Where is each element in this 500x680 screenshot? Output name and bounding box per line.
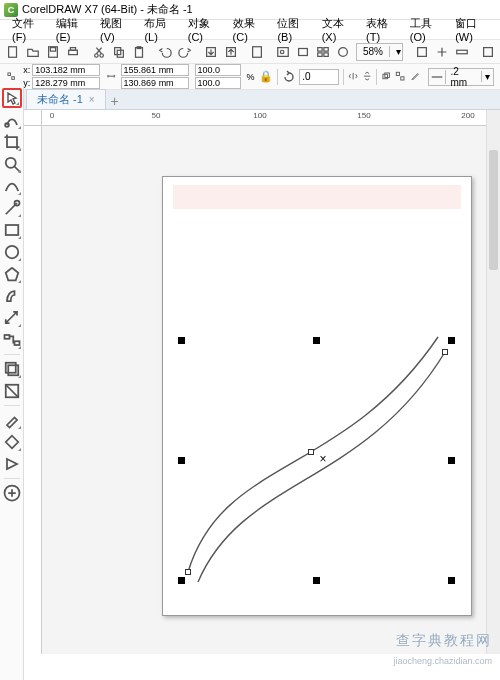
menu-bar: 文件(F) 编辑(E) 视图(V) 布局(L) 对象(C) 效果(C) 位图(B… [0, 20, 500, 40]
toolbox [0, 86, 24, 680]
menu-effects[interactable]: 效果(C) [227, 14, 270, 45]
outline-width-combo[interactable]: .2 mm ▾ [428, 68, 494, 86]
align-icon[interactable] [455, 43, 469, 61]
position-fields: x: y: [20, 64, 100, 89]
print-icon[interactable] [66, 43, 80, 61]
zoom-level-combo[interactable]: 58% ▾ [356, 43, 403, 61]
menu-text[interactable]: 文本(X) [316, 14, 358, 45]
scrollbar-thumb[interactable] [489, 150, 498, 270]
menu-file[interactable]: 文件(F) [6, 14, 48, 45]
ruler-horizontal[interactable]: 0 50 100 150 200 [42, 110, 500, 126]
svg-rect-16 [299, 48, 308, 55]
percent-label: % [247, 72, 255, 82]
svg-rect-20 [324, 52, 328, 56]
x-position-input[interactable] [32, 64, 100, 76]
watermark-url: jiaocheng.chazidian.com [393, 656, 492, 666]
search-content-icon[interactable] [276, 43, 290, 61]
document-tab-label: 未命名 -1 [37, 92, 83, 107]
pick-tool[interactable] [2, 88, 22, 108]
svg-rect-35 [5, 225, 18, 235]
curve-node[interactable] [442, 349, 448, 355]
chevron-down-icon[interactable]: ▾ [481, 71, 493, 82]
freehand-tool[interactable] [2, 176, 22, 196]
menu-tools[interactable]: 工具(O) [404, 14, 447, 45]
mirror-h-icon[interactable] [348, 69, 358, 85]
zoom-tool[interactable] [2, 154, 22, 174]
size-icon [106, 69, 116, 85]
menu-edit[interactable]: 编辑(E) [50, 14, 92, 45]
add-tab-button[interactable]: + [106, 93, 124, 109]
rectangle-tool[interactable] [2, 220, 22, 240]
ruler-vertical[interactable] [24, 126, 42, 654]
cut-icon[interactable] [92, 43, 106, 61]
separator [277, 69, 278, 85]
crop-tool[interactable] [2, 132, 22, 152]
svg-rect-2 [50, 47, 55, 51]
save-icon[interactable] [46, 43, 60, 61]
close-icon[interactable]: × [89, 94, 95, 105]
interactive-fill-tool[interactable] [2, 432, 22, 452]
artistic-media-tool[interactable] [2, 198, 22, 218]
rotation-field [281, 69, 339, 85]
zoom-value: 58% [357, 46, 389, 57]
watermark-text: 查字典教程网 [396, 632, 492, 650]
parallel-dimension-tool[interactable] [2, 308, 22, 328]
menu-layout[interactable]: 布局(L) [138, 14, 179, 45]
width-input[interactable] [121, 64, 189, 76]
mirror-v-icon[interactable] [362, 69, 372, 85]
copy-icon[interactable] [112, 43, 126, 61]
connector-tool[interactable] [2, 330, 22, 350]
polygon-tool[interactable] [2, 264, 22, 284]
svg-rect-38 [14, 341, 19, 345]
drop-shadow-tool[interactable] [2, 359, 22, 379]
menu-view[interactable]: 视图(V) [94, 14, 136, 45]
options-icon[interactable] [316, 43, 330, 61]
transparency-tool[interactable] [2, 381, 22, 401]
lock-ratio-icon[interactable]: 🔒 [259, 70, 273, 83]
pen-outline-icon[interactable] [410, 69, 420, 85]
paste-icon[interactable] [132, 43, 146, 61]
publish-pdf-icon[interactable] [250, 43, 264, 61]
ruler-tick-label: 200 [461, 111, 474, 120]
scale-x-input[interactable] [195, 64, 241, 76]
open-icon[interactable] [26, 43, 40, 61]
ellipse-tool[interactable] [2, 242, 22, 262]
curve-node[interactable] [185, 569, 191, 575]
height-input[interactable] [121, 77, 189, 89]
undo-icon[interactable] [158, 43, 172, 61]
color-eyedropper-tool[interactable] [2, 410, 22, 430]
quick-customize-button[interactable] [2, 483, 22, 503]
shape-tool[interactable] [2, 110, 22, 130]
export-icon[interactable] [224, 43, 238, 61]
ruler-origin[interactable] [24, 110, 42, 126]
menu-table[interactable]: 表格(T) [360, 14, 402, 45]
y-position-input[interactable] [32, 77, 100, 89]
chevron-down-icon[interactable]: ▾ [389, 46, 402, 57]
guidelines-icon[interactable] [435, 43, 449, 61]
new-icon[interactable] [6, 43, 20, 61]
menu-window[interactable]: 窗口(W) [449, 14, 494, 45]
group-icon[interactable] [395, 69, 405, 85]
scale-y-input[interactable] [195, 77, 241, 89]
redo-icon[interactable] [178, 43, 192, 61]
options2-icon[interactable] [481, 43, 495, 61]
svg-rect-19 [318, 52, 322, 56]
smart-fill-tool[interactable] [2, 454, 22, 474]
app-launcher-icon[interactable] [336, 43, 350, 61]
text-tool[interactable] [2, 286, 22, 306]
curve-object[interactable] [163, 177, 473, 617]
svg-rect-17 [318, 47, 322, 51]
import-icon[interactable] [204, 43, 218, 61]
snap-icon[interactable] [415, 43, 429, 61]
canvas[interactable]: × [42, 126, 500, 654]
curve-node[interactable] [308, 449, 314, 455]
welcome-icon[interactable] [296, 43, 310, 61]
vertical-scrollbar[interactable] [486, 110, 500, 654]
menu-bitmap[interactable]: 位图(B) [271, 14, 313, 45]
order-icon[interactable] [381, 69, 391, 85]
menu-object[interactable]: 对象(C) [182, 14, 225, 45]
separator [376, 69, 377, 85]
svg-rect-3 [69, 50, 78, 54]
rotation-input[interactable] [299, 69, 339, 85]
document-tab[interactable]: 未命名 -1 × [26, 89, 106, 109]
